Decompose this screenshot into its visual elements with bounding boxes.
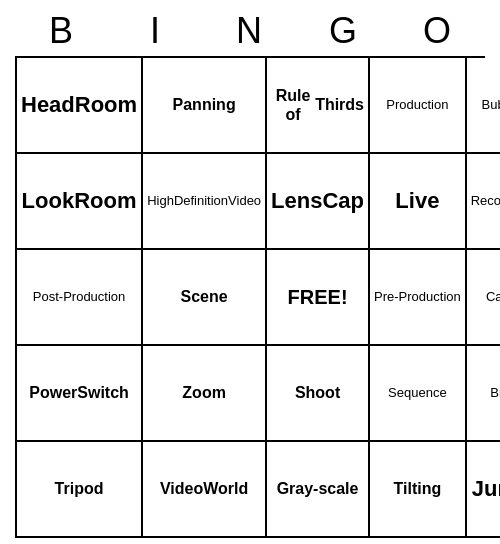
bingo-cell: HighDefinitionVideo	[143, 154, 267, 250]
cell-text: Video	[228, 193, 261, 209]
bingo-cell: FREE!	[267, 250, 370, 346]
cell-text: Tilting	[394, 479, 442, 498]
cell-text: Production	[386, 97, 448, 113]
cell-text: Power	[29, 383, 77, 402]
cell-text: Lens	[271, 188, 322, 214]
cell-text: Switch	[77, 383, 129, 402]
cell-text: High	[147, 193, 174, 209]
bingo-cell: Zoom	[143, 346, 267, 442]
cell-text: Scene	[181, 287, 228, 306]
bingo-cell: Live	[370, 154, 467, 250]
bingo-cell: HeadRoom	[17, 58, 143, 154]
cell-text: Cap	[322, 188, 364, 214]
cell-text: Production	[399, 289, 461, 305]
cell-text: Tripod	[55, 479, 104, 498]
cell-text: Post-	[33, 289, 63, 305]
cell-text: Pre-	[374, 289, 399, 305]
bingo-cell: PowerSwitch	[17, 346, 143, 442]
bingo-cell: Gray-scale	[267, 442, 370, 538]
bingo-cell: Panning	[143, 58, 267, 154]
cell-text: Definition	[174, 193, 228, 209]
cell-text: Room	[74, 188, 136, 214]
cell-text: Room	[75, 92, 137, 118]
cell-text: Head	[21, 92, 75, 118]
bingo-cell: Sequence	[370, 346, 467, 442]
bingo-cell: Tripod	[17, 442, 143, 538]
bingo-cell: RecordingSwitch	[467, 154, 500, 250]
cell-text: Shoot	[295, 383, 340, 402]
bingo-cell: Shoot	[267, 346, 370, 442]
cell-text: scale	[318, 479, 358, 498]
cell-text: Panning	[173, 95, 236, 114]
cell-text: Jump	[472, 476, 500, 502]
cell-text: Recording	[471, 193, 500, 209]
bingo-cell: Broadcast	[467, 346, 500, 442]
bingo-cell: VideoWorld	[143, 442, 267, 538]
header-letter: O	[391, 6, 485, 56]
cell-text: Bubble-	[482, 97, 500, 113]
bingo-header: BINGO	[15, 6, 485, 56]
bingo-cell: LensCap	[267, 154, 370, 250]
cell-text: Broadcast	[490, 385, 500, 401]
header-letter: I	[109, 6, 203, 56]
cell-text: FREE!	[288, 285, 348, 309]
cell-text: Sequence	[388, 385, 447, 401]
header-letter: B	[15, 6, 109, 56]
bingo-card: BINGO HeadRoomPanningRule ofThirdsProduc…	[15, 6, 485, 538]
bingo-cell: Production	[370, 58, 467, 154]
cell-text: World	[203, 479, 248, 498]
cell-text: Thirds	[315, 95, 364, 114]
bingo-cell: Rule ofThirds	[267, 58, 370, 154]
bingo-grid: HeadRoomPanningRule ofThirdsProductionBu…	[15, 56, 485, 538]
cell-text: Live	[395, 188, 439, 214]
cell-text: Production	[63, 289, 125, 305]
bingo-cell: Scene	[143, 250, 267, 346]
bingo-cell: JumpCut	[467, 442, 500, 538]
cell-text: Gray-	[277, 479, 319, 498]
cell-text: Video	[160, 479, 203, 498]
cell-text: CamCorder	[486, 289, 500, 305]
header-letter: G	[297, 6, 391, 56]
bingo-cell: Pre-Production	[370, 250, 467, 346]
bingo-cell: Bubble-Level	[467, 58, 500, 154]
bingo-cell: CamCorder	[467, 250, 500, 346]
bingo-cell: LookRoom	[17, 154, 143, 250]
bingo-cell: Post-Production	[17, 250, 143, 346]
header-letter: N	[203, 6, 297, 56]
cell-text: Rule of	[271, 86, 315, 124]
cell-text: Look	[22, 188, 75, 214]
bingo-cell: Tilting	[370, 442, 467, 538]
cell-text: Zoom	[182, 383, 226, 402]
